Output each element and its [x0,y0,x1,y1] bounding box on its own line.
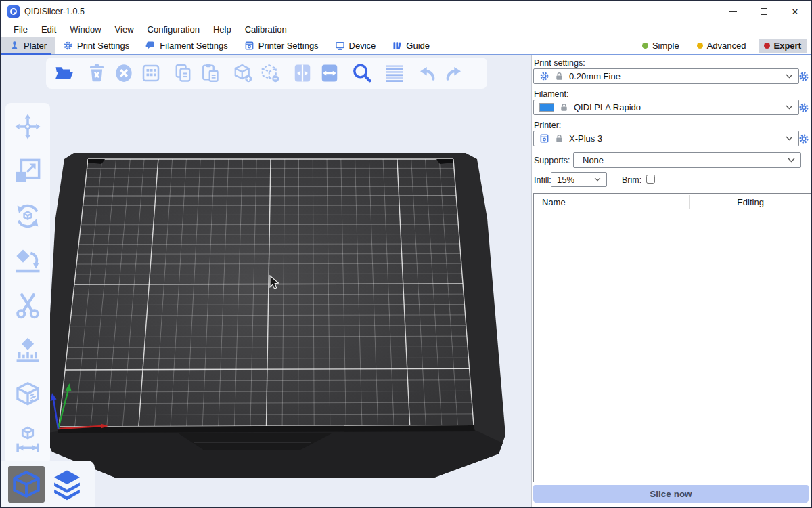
remove-instance-icon [260,63,280,83]
tab-label: Filament Settings [160,41,227,51]
paint-supports-icon [14,336,42,364]
app-logo-icon [7,5,20,18]
gear-icon [798,133,809,144]
printer-label: Printer: [534,121,561,130]
preview-layers-icon [51,468,83,501]
place-on-face-icon [14,247,42,275]
redo-icon [444,63,464,83]
gear-icon [63,41,73,51]
mode-expert[interactable]: Expert [759,39,807,53]
tab-filament-settings[interactable]: Filament Settings [137,37,235,55]
delete-button[interactable] [84,60,110,86]
slice-now-button[interactable]: Slice now [533,485,809,503]
lock-icon [559,102,569,112]
add-instance-button[interactable] [230,60,256,86]
3d-viewport[interactable] [1,55,531,508]
delete-all-icon [114,63,134,83]
tab-label: Guide [406,41,430,51]
column-header-name: Name [534,195,669,209]
print-settings-label: Print settings: [534,58,585,68]
lock-icon [554,71,564,81]
seam-painting-icon [14,381,42,409]
scale-icon [14,157,42,186]
copy-button[interactable] [171,60,196,86]
menu-view[interactable]: View [108,23,141,36]
preview-view-button[interactable] [49,466,85,503]
undo-icon [417,63,437,83]
paint-supports-tool-button[interactable] [12,335,43,366]
paste-button[interactable] [198,60,223,86]
move-tool-button[interactable] [12,111,43,142]
mode-simple[interactable]: Simple [637,39,685,53]
side-toolbar [5,103,50,465]
delete-all-button[interactable] [111,60,137,86]
filament-combo[interactable]: QIDI PLA Rapido [533,100,799,115]
cut-tool-button[interactable] [12,290,43,321]
object-list-header: Name Editing [534,194,811,210]
split-objects-button[interactable] [290,60,315,86]
split-parts-button[interactable] [317,60,342,86]
simple-mode-dot-icon [642,43,648,49]
tab-printer-settings[interactable]: Printer Settings [236,37,327,55]
arrange-button[interactable] [138,60,164,86]
minimize-button[interactable] [717,1,748,22]
filament-value: QIDI PLA Rapido [574,102,641,112]
tab-label: Plater [24,41,47,51]
print-settings-value: 0.20mm Fine [569,71,621,81]
tab-print-settings[interactable]: Print Settings [55,37,137,55]
chevron-down-icon [594,177,601,182]
print-settings-combo[interactable]: 0.20mm Fine [533,68,799,84]
mode-advanced[interactable]: Advanced [692,39,752,53]
measure-tool-button[interactable] [12,424,43,455]
infill-combo[interactable]: 15% [551,172,607,187]
plater-icon [9,41,20,51]
seam-painting-tool-button[interactable] [12,379,43,410]
rotate-tool-button[interactable] [12,200,43,232]
print-settings-gear-button[interactable] [798,70,809,82]
menu-window[interactable]: Window [63,23,108,36]
move-icon [14,112,42,141]
scale-tool-button[interactable] [12,156,43,187]
brim-checkbox[interactable] [646,175,655,184]
menu-calibration[interactable]: Calibration [238,23,294,36]
mode-label: Expert [774,41,801,51]
maximize-icon [761,8,767,15]
undo-button[interactable] [414,60,440,86]
tab-label: Device [349,41,376,51]
3d-editor-view-button[interactable] [8,466,45,503]
printer-icon [244,41,254,51]
printer-gear-button[interactable] [798,133,809,144]
close-icon: ✕ [792,7,799,17]
filament-gear-button[interactable] [798,102,809,113]
tab-guide[interactable]: Guide [384,37,438,55]
advanced-mode-dot-icon [697,43,703,49]
variable-layer-height-button[interactable] [382,60,407,86]
close-button[interactable]: ✕ [780,1,811,22]
supports-value: None [583,155,604,165]
redo-button[interactable] [441,60,467,86]
object-list[interactable]: Name Editing [533,193,812,482]
supports-combo[interactable]: None [573,152,801,168]
tab-plater[interactable]: Plater [1,37,55,55]
gear-icon [798,102,809,113]
printer-combo[interactable]: X-Plus 3 [533,131,799,146]
tab-device[interactable]: Device [327,37,384,55]
menu-configuration[interactable]: Configuration [141,23,206,36]
window-title: QIDISlicer-1.0.5 [24,7,85,16]
chevron-down-icon [786,74,793,79]
split-objects-icon [292,63,313,83]
minimize-icon [729,11,737,12]
remove-instance-button[interactable] [257,60,283,86]
search-button[interactable] [349,60,375,86]
chevron-down-icon [788,158,795,163]
arrange-icon [141,63,161,83]
mode-label: Simple [652,41,679,51]
column-header-editing: Editing [689,195,811,209]
menu-help[interactable]: Help [206,23,238,36]
place-on-face-tool-button[interactable] [12,245,43,276]
menu-edit[interactable]: Edit [35,23,63,36]
maximize-button[interactable] [748,1,780,22]
printer-icon [539,133,549,144]
open-folder-button[interactable] [51,60,77,86]
menu-file[interactable]: File [7,23,35,36]
